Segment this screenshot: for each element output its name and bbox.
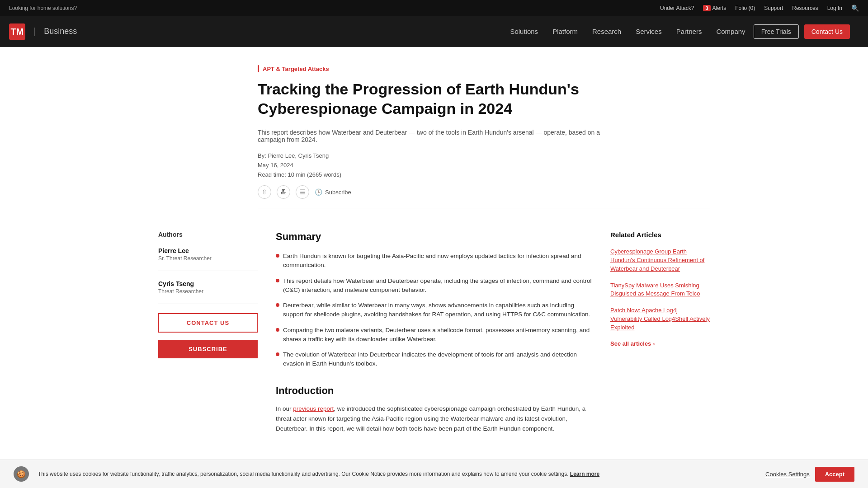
bullet-dot: [276, 328, 279, 332]
article-title: Tracking the Progression of Earth Hundun…: [258, 80, 665, 118]
authors-heading: Authors: [158, 231, 258, 238]
bullet-dot: [276, 303, 279, 307]
category-tag: APT & Targeted Attacks: [258, 65, 710, 72]
home-solutions-text: Looking for home solutions?: [9, 5, 77, 11]
related-link-2[interactable]: TianySpy Malware Uses Smishing Disguised…: [610, 282, 710, 299]
nav-research[interactable]: Research: [586, 24, 627, 39]
intro-text: In our previous report, we introduced th…: [276, 404, 592, 434]
see-all-articles[interactable]: See all articles ›: [610, 340, 710, 347]
related-link-1[interactable]: Cyberespionage Group Earth Hundun's Cont…: [610, 248, 710, 273]
summary-title: Summary: [276, 231, 592, 243]
logo-area: TM | Business: [9, 23, 77, 40]
logo-divider: |: [33, 26, 36, 37]
article-date: May 16, 2024: [258, 162, 710, 169]
free-trials-button[interactable]: Free Trials: [754, 24, 799, 39]
support-link[interactable]: Support: [764, 5, 783, 11]
list-item: This report details how Waterbear and De…: [276, 277, 592, 295]
subscribe-icon: 🕒: [315, 188, 322, 196]
author2-name: Cyris Tseng: [158, 280, 258, 287]
trend-logo[interactable]: TM: [9, 23, 25, 40]
intro-title: Introduction: [276, 385, 592, 397]
author-card-1: Pierre Lee Sr. Threat Researcher: [158, 247, 258, 271]
search-icon[interactable]: 🔍: [851, 5, 859, 12]
main-article: Summary Earth Hundun is known for target…: [276, 217, 592, 434]
under-attack-link[interactable]: Under Attack?: [660, 5, 694, 11]
author1-role: Sr. Threat Researcher: [158, 255, 258, 262]
subscribe-label: Subscribe: [325, 189, 351, 196]
nav-partners[interactable]: Partners: [670, 24, 708, 39]
article-actions: ⇧ 🖶 ☰ 🕒 Subscribe: [258, 185, 710, 199]
author1-name: Pierre Lee: [158, 247, 258, 254]
nav-services[interactable]: Services: [629, 24, 668, 39]
folio-link[interactable]: Folio (0): [735, 5, 755, 11]
article-header: APT & Targeted Attacks Tracking the Prog…: [149, 47, 719, 208]
top-nav-right: Under Attack? 3 Alerts Folio (0) Support…: [660, 5, 859, 12]
previous-report-link[interactable]: previous report: [293, 405, 334, 412]
list-item: Deuterbear, while similar to Waterbear i…: [276, 301, 592, 319]
print-icon[interactable]: 🖶: [277, 185, 290, 199]
article-description: This report describes how Waterbear and …: [258, 129, 610, 143]
list-item: Earth Hundun is known for targeting the …: [276, 252, 592, 270]
login-link[interactable]: Log In: [827, 5, 842, 11]
trend-logo-svg: TM: [9, 23, 25, 40]
alert-badge: 3: [703, 5, 710, 11]
top-bar: Looking for home solutions? Under Attack…: [0, 0, 868, 16]
related-articles-heading: Related Articles: [610, 231, 710, 239]
header-separator: [258, 208, 710, 208]
alerts-link[interactable]: 3 Alerts: [703, 5, 726, 11]
author2-role: Threat Researcher: [158, 288, 258, 295]
business-label: Business: [44, 27, 77, 36]
contact-us-nav-button[interactable]: Contact Us: [804, 24, 850, 39]
bullet-dot: [276, 279, 279, 282]
nav-items: Solutions Platform Research Services Par…: [95, 24, 850, 39]
nav-platform[interactable]: Platform: [546, 24, 584, 39]
list-item: Comparing the two malware variants, Deut…: [276, 326, 592, 344]
share-icon[interactable]: ⇧: [258, 185, 271, 199]
contact-us-sidebar-button[interactable]: CONTACT US: [158, 313, 258, 333]
bullet-dot: [276, 352, 279, 356]
nav-company[interactable]: Company: [710, 24, 751, 39]
save-icon[interactable]: ☰: [296, 185, 309, 199]
summary-list: Earth Hundun is known for targeting the …: [276, 252, 592, 369]
related-link-3[interactable]: Patch Now: Apache Log4j Vulnerability Ca…: [610, 306, 710, 332]
chevron-right-icon: ›: [653, 340, 655, 347]
author-card-2: Cyris Tseng Threat Researcher: [158, 280, 258, 304]
main-nav: TM | Business Solutions Platform Researc…: [0, 16, 868, 47]
subscribe-sidebar-button[interactable]: SUBSCRIBE: [158, 340, 258, 358]
authors-section: Authors Pierre Lee Sr. Threat Researcher…: [158, 231, 258, 358]
bullet-dot: [276, 254, 279, 258]
right-sidebar: Related Articles Cyberespionage Group Ea…: [610, 217, 710, 434]
subscribe-action[interactable]: 🕒 Subscribe: [315, 188, 351, 196]
list-item: The evolution of Waterbear into Deuterbe…: [276, 350, 592, 369]
nav-solutions[interactable]: Solutions: [504, 24, 544, 39]
left-sidebar: Authors Pierre Lee Sr. Threat Researcher…: [158, 217, 258, 434]
content-wrapper: Authors Pierre Lee Sr. Threat Researcher…: [149, 217, 719, 434]
svg-text:TM: TM: [11, 27, 24, 37]
article-authors: By: Pierre Lee, Cyris Tseng: [258, 152, 710, 159]
resources-link[interactable]: Resources: [792, 5, 818, 11]
article-read-time: Read time: 10 min (2665 words): [258, 171, 710, 178]
